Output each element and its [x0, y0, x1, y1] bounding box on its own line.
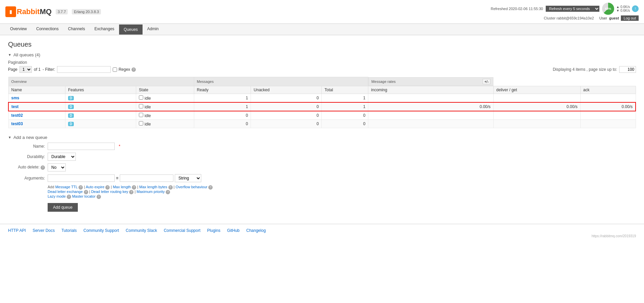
- footer-link-community-slack[interactable]: Community Slack: [126, 228, 157, 233]
- auto-delete-help-icon[interactable]: ?: [41, 165, 45, 170]
- nav-item-queues[interactable]: Queues: [119, 24, 143, 35]
- footer-link-http-api[interactable]: HTTP API: [8, 228, 26, 233]
- footer-link-server-docs[interactable]: Server Docs: [33, 228, 55, 233]
- maximum-priority-help-icon[interactable]: ?: [166, 190, 170, 194]
- footer-link-changelog[interactable]: Changelog: [246, 228, 266, 233]
- col-state: State: [136, 86, 194, 94]
- auto-delete-select[interactable]: No Yes: [48, 163, 66, 171]
- link-dead-letter-routing-key[interactable]: Dead letter routing key: [91, 190, 128, 194]
- cell-total: 0: [322, 119, 368, 128]
- queue-link[interactable]: test03: [11, 121, 23, 126]
- cell-incoming: [368, 111, 493, 120]
- link-maximum-priority[interactable]: Maximum priority: [137, 190, 165, 194]
- link-lazy-mode[interactable]: Lazy mode: [48, 194, 66, 198]
- queue-link[interactable]: test02: [11, 113, 23, 118]
- cell-deliver-get: 0.00/s: [493, 102, 580, 111]
- filter-input[interactable]: [57, 66, 111, 73]
- state-checkbox[interactable]: [139, 113, 143, 117]
- cell-unacked: 0: [251, 102, 322, 111]
- arguments-inputs: = String Number Boolean: [48, 174, 201, 182]
- page-select[interactable]: 1: [19, 66, 32, 73]
- page-size-input[interactable]: [619, 66, 636, 73]
- cell-ack: 0.00/s: [580, 102, 636, 111]
- plus-minus-button[interactable]: +/-: [483, 79, 490, 84]
- state-checkbox[interactable]: [139, 95, 143, 100]
- logo-icon: ▮: [5, 6, 16, 17]
- cluster-info: Cluster rabbit@659c194a10e2: [544, 16, 594, 20]
- feature-badge: D: [68, 122, 74, 126]
- auto-expire-help-icon[interactable]: ?: [105, 185, 110, 190]
- page-title: Queues: [8, 41, 636, 48]
- logo: ▮ RabbitMQ: [5, 6, 52, 17]
- cell-unacked: 0: [251, 111, 322, 120]
- table-row[interactable]: sms D idle 1 0 1: [8, 94, 636, 102]
- footer-link-plugins[interactable]: Plugins: [207, 228, 220, 233]
- regex-label[interactable]: Regex ?: [113, 67, 136, 72]
- dead-letter-exchange-help-icon[interactable]: ?: [84, 190, 88, 194]
- regex-checkbox[interactable]: [113, 67, 117, 72]
- lazy-mode-help-icon[interactable]: ?: [67, 195, 71, 199]
- cell-ack: [580, 111, 636, 120]
- queue-name-input[interactable]: [48, 143, 115, 150]
- cell-name: test02: [8, 111, 65, 120]
- add-queue-section: ▼ Add a new queue Name: * Durability: Du…: [8, 135, 636, 212]
- state-checkbox[interactable]: [139, 121, 143, 125]
- header: ▮ RabbitMQ 3.7.7 Erlang 20.3.8.3 Refresh…: [0, 0, 644, 24]
- arg-val-input[interactable]: [120, 174, 173, 182]
- durability-select[interactable]: Durable Transient: [48, 153, 76, 161]
- filter-label: - Filter:: [43, 67, 55, 72]
- add-queue-button[interactable]: Add queue: [48, 203, 78, 212]
- link-auto-expire[interactable]: Auto expire: [86, 185, 105, 189]
- link-max-length[interactable]: Max length: [113, 185, 131, 189]
- arg-type-select[interactable]: String Number Boolean: [175, 174, 201, 182]
- pagination-label: Pagination: [8, 60, 636, 65]
- master-locator-help-icon[interactable]: ?: [97, 195, 101, 199]
- nav-item-channels[interactable]: Channels: [63, 24, 90, 35]
- footer-link-github[interactable]: GitHub: [227, 228, 239, 233]
- footer-bottom: https://rabbitmq.com/2019319: [8, 234, 636, 238]
- col-total: Total: [322, 86, 368, 94]
- state-checkbox[interactable]: [139, 104, 143, 108]
- nav-item-connections[interactable]: Connections: [32, 24, 63, 35]
- col-features: Features: [65, 86, 136, 94]
- queue-link[interactable]: test: [11, 104, 18, 109]
- link-overflow-behaviour[interactable]: Overflow behaviour: [175, 185, 207, 189]
- max-length-help-icon[interactable]: ?: [132, 185, 136, 190]
- auto-delete-row: Auto delete: ? No Yes: [8, 163, 636, 171]
- arg-key-input[interactable]: [48, 174, 115, 182]
- cell-name: test: [8, 102, 65, 111]
- logout-button[interactable]: Log out: [621, 15, 639, 21]
- cell-deliver-get: [493, 111, 580, 120]
- nav-item-exchanges[interactable]: Exchanges: [90, 24, 119, 35]
- table-row[interactable]: test02 D idle 0 0 0: [8, 111, 636, 120]
- footer-link-tutorials[interactable]: Tutorials: [61, 228, 77, 233]
- table-row[interactable]: test D idle 1 0 1 0.00/s 0.00/s 0.00/s: [8, 102, 636, 111]
- erlang-badge: Erlang 20.3.8.3: [72, 9, 101, 14]
- regex-help-icon[interactable]: ?: [131, 67, 136, 72]
- nav-item-overview[interactable]: Overview: [5, 24, 32, 35]
- all-queues-section-header[interactable]: ▼ All queues (4): [8, 52, 636, 57]
- nav-item-admin[interactable]: Admin: [143, 24, 163, 35]
- add-queue-section-header[interactable]: ▼ Add a new queue: [8, 135, 636, 140]
- link-message-ttl[interactable]: Message TTL: [55, 185, 78, 189]
- displaying-info: Displaying 4 items , page size up to:: [553, 67, 617, 72]
- refresh-area: Refreshed 2020-02-06 11:55:30 Refresh ev…: [491, 3, 639, 15]
- queue-table-wrapper: Overview Messages Message rates +/- Name…: [8, 77, 636, 128]
- refresh-select[interactable]: Refresh every 5 seconds Refresh every 10…: [546, 6, 599, 12]
- queue-link[interactable]: sms: [11, 96, 19, 100]
- user-label: User: [599, 16, 607, 20]
- dead-letter-key-help-icon[interactable]: ?: [129, 190, 133, 194]
- overflow-help-icon[interactable]: ?: [208, 185, 213, 190]
- user-info: User guest Log out: [599, 15, 639, 21]
- cell-feature: D: [65, 119, 136, 128]
- notification-icon: !: [632, 5, 639, 12]
- cell-incoming: 0.00/s: [368, 102, 493, 111]
- message-ttl-help-icon[interactable]: ?: [78, 185, 83, 190]
- link-master-locator[interactable]: Master locator: [72, 194, 96, 198]
- table-row[interactable]: test03 D idle 0 0 0: [8, 119, 636, 128]
- footer-link-commercial-support[interactable]: Commercial Support: [164, 228, 200, 233]
- max-length-bytes-help-icon[interactable]: ?: [168, 185, 173, 190]
- link-max-length-bytes[interactable]: Max length bytes: [139, 185, 167, 189]
- link-dead-letter-exchange[interactable]: Dead letter exchange: [48, 190, 83, 194]
- footer-link-community-support[interactable]: Community Support: [84, 228, 119, 233]
